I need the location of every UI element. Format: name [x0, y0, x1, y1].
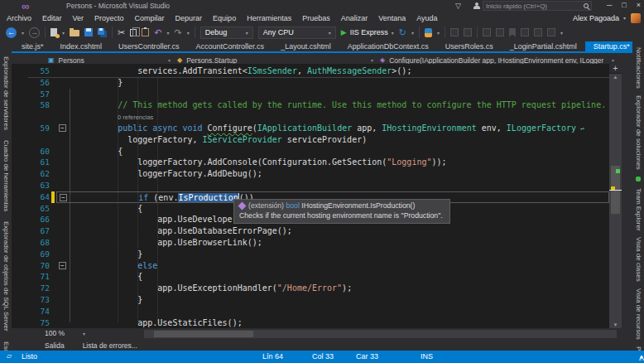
menu-ayuda[interactable]: Ayuda: [416, 14, 437, 22]
code-text[interactable]: }: [70, 294, 142, 306]
save-icon[interactable]: [84, 28, 93, 36]
code-text[interactable]: loggerFactory.AddDebug();: [70, 168, 262, 180]
clear-bookmarks-icon[interactable]: [547, 28, 555, 36]
menu-equipo[interactable]: Equipo: [213, 14, 236, 22]
code-text[interactable]: }: [70, 249, 142, 260]
navigate-back-button[interactable]: ←: [6, 27, 17, 38]
refresh-chevron[interactable]: ▾: [411, 30, 414, 36]
tab-applicationdbcontext-cs[interactable]: ApplicationDbContext.cs: [339, 41, 437, 51]
sidebar-item-explorador-de-soluciones[interactable]: Explorador de soluciones: [635, 95, 642, 170]
code-text[interactable]: {: [70, 271, 142, 283]
tab-usersroles-cs[interactable]: UsersRoles.cs: [437, 41, 502, 51]
code-editor[interactable]: 55 services.AddTransient<ISmsSender, Aut…: [12, 64, 609, 328]
new-file-chevron[interactable]: ▾: [62, 30, 65, 36]
horizontal-scrollbar[interactable]: [144, 330, 617, 338]
sidebar-item-explorador-de-objetos-de-sql-server[interactable]: Explorador de objetos de SQL Server: [2, 221, 10, 332]
menu-proyecto[interactable]: Proyecto: [94, 14, 124, 22]
start-debugging-button[interactable]: ▶ IIS Express ▾: [341, 28, 394, 36]
decrease-indent-icon[interactable]: [483, 28, 491, 36]
user-account[interactable]: Alex Pagoada ▾: [573, 12, 626, 23]
zoom-control[interactable]: 100 % ▾: [45, 329, 85, 337]
code-text[interactable]: app.UseExceptionHandler("/Home/Error");: [70, 283, 352, 294]
menu-pruebas[interactable]: Pruebas: [302, 14, 330, 22]
tab-site-js[interactable]: site.js*: [13, 41, 52, 51]
quick-launch-search[interactable]: Inicio rápido (Ctrl+Q): [483, 1, 592, 11]
application-insights-icon[interactable]: [425, 28, 432, 37]
menu-archivo[interactable]: Archivo: [7, 14, 31, 22]
redo-chevron[interactable]: ▾: [187, 30, 190, 36]
scroll-down-arrow[interactable]: ▼: [609, 322, 622, 327]
menu-compilar[interactable]: Compilar: [135, 14, 165, 22]
menu-ventana[interactable]: Ventana: [378, 14, 406, 22]
increase-indent-icon[interactable]: [496, 28, 504, 36]
paste-icon[interactable]: [142, 28, 149, 36]
save-all-icon[interactable]: [98, 28, 104, 35]
scrollbar-thumb[interactable]: [154, 331, 253, 337]
code-text[interactable]: loggerFactory, IServiceProvider serviceP…: [70, 134, 367, 146]
code-text[interactable]: {: [70, 146, 123, 157]
code-text[interactable]: }: [70, 77, 123, 89]
undo-icon[interactable]: ↶: [154, 27, 161, 38]
codelens-references[interactable]: 0 referencias: [70, 111, 153, 123]
sidebar-item-esquema-del-documento[interactable]: Esquema del documento: [2, 341, 10, 351]
fold-toggle[interactable]: −: [59, 262, 66, 269]
code-text[interactable]: app.UseDatabaseErrorPage();: [70, 225, 292, 237]
code-text[interactable]: [70, 180, 78, 191]
minimize-button[interactable]: ─: [607, 0, 612, 11]
navigate-forward-button[interactable]: →: [29, 27, 40, 38]
sidebar-item-notificaciones[interactable]: Notificaciones: [635, 47, 642, 89]
undo-chevron[interactable]: ▾: [166, 30, 169, 36]
fold-toggle[interactable]: −: [60, 194, 67, 201]
code-text[interactable]: public async void Configure(IApplication…: [70, 123, 584, 134]
tab-loginpartial-cshtml[interactable]: _LoginPartial.cshtml: [502, 41, 585, 51]
code-text[interactable]: loggerFactory.AddConsole(Configuration.G…: [70, 157, 447, 168]
navigate-back-chevron[interactable]: ▾: [22, 30, 24, 36]
vertical-scrollbar[interactable]: + ▲ ▼: [609, 64, 622, 328]
comment-out-icon[interactable]: [450, 28, 459, 36]
new-file-icon[interactable]: [50, 28, 57, 36]
copy-icon[interactable]: [130, 29, 137, 36]
close-button[interactable]: ×: [637, 0, 641, 11]
code-text[interactable]: [70, 89, 78, 100]
sidebar-item-cuadro-de-herramientas[interactable]: Cuadro de herramientas: [2, 140, 10, 211]
code-text[interactable]: app.UseBrowserLink();: [70, 237, 262, 249]
sidebar-item-vista-de-recursos[interactable]: Vista de recursos: [635, 288, 642, 340]
solution-configuration-dropdown[interactable]: Debug ▾: [200, 27, 253, 39]
open-folder-icon[interactable]: [70, 30, 79, 36]
tab-layout-cshtml[interactable]: _Layout.cshtml: [272, 41, 339, 51]
code-text[interactable]: if (env.IsProduction()): [70, 192, 254, 202]
menu-analizar[interactable]: Analizar: [341, 14, 368, 22]
code-text[interactable]: services.AddTransient<ISmsSender, AuthMe…: [70, 65, 411, 77]
refresh-icon[interactable]: ↻: [399, 27, 406, 38]
tab-index-cshtml[interactable]: Index.cshtml: [52, 41, 111, 51]
maximize-button[interactable]: □: [622, 0, 626, 11]
bookmark-icon[interactable]: [509, 28, 516, 37]
code-text[interactable]: [70, 306, 78, 317]
sidebar-item-team-explorer[interactable]: Team Explorer: [635, 188, 642, 231]
fold-toggle[interactable]: −: [59, 124, 66, 132]
code-text[interactable]: // This method gets called by the runtim…: [70, 99, 606, 111]
split-editor-handle[interactable]: +: [609, 64, 622, 74]
panel-tab-lista-de-errores[interactable]: Lista de errores...: [83, 341, 137, 350]
tab-userscontroller-cs[interactable]: UsersController.cs: [110, 41, 188, 51]
application-insights-chevron[interactable]: ▾: [437, 30, 440, 36]
send-feedback-icon[interactable]: [473, 2, 480, 10]
code-text[interactable]: app.UseStaticFiles();: [70, 317, 243, 328]
panel-tab-salida[interactable]: Salida: [45, 341, 65, 350]
user-avatar[interactable]: [631, 13, 641, 23]
sidebar-item-explorador-de-servidores[interactable]: Explorador de servidores: [2, 56, 10, 130]
feedback-filter-icon[interactable]: ▽: [455, 2, 461, 10]
menu-herramientas[interactable]: Herramientas: [247, 14, 291, 22]
menu-depurar[interactable]: Depurar: [175, 14, 203, 22]
code-text[interactable]: else: [70, 260, 157, 272]
next-bookmark-icon[interactable]: [534, 28, 542, 36]
menu-ver[interactable]: Ver: [73, 14, 84, 22]
cut-icon[interactable]: ✂: [118, 27, 125, 38]
toolbar-options-chevron[interactable]: ▾: [560, 30, 563, 36]
menu-editar[interactable]: Editar: [42, 14, 62, 22]
redo-icon[interactable]: ↷: [174, 27, 181, 38]
tab-accountcontroller-cs[interactable]: AccountController.cs: [188, 41, 273, 51]
previous-bookmark-icon[interactable]: [521, 28, 529, 36]
code-text[interactable]: {: [70, 203, 142, 215]
solution-platform-dropdown[interactable]: Any CPU ▾: [258, 27, 336, 39]
